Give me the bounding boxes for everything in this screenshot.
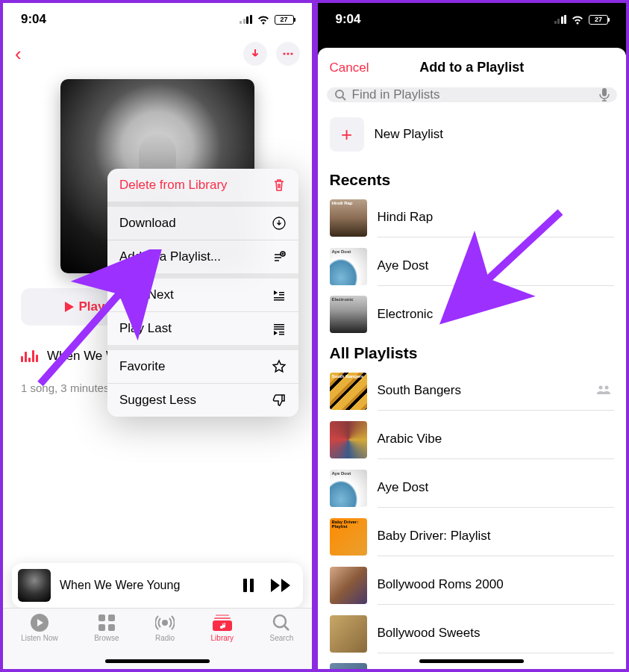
search-input[interactable] bbox=[352, 87, 594, 102]
svg-point-19 bbox=[599, 386, 603, 390]
wifi-icon bbox=[571, 15, 584, 25]
status-bar: 9:04 27 bbox=[3, 3, 312, 36]
radio-icon bbox=[155, 613, 175, 632]
playlist-name: Bollywood Sweets bbox=[378, 614, 615, 653]
shared-icon bbox=[596, 385, 611, 395]
playlist-artwork: Electronic bbox=[330, 296, 367, 333]
playlist-item[interactable]: Hindi Rap Hindi Rap bbox=[318, 193, 627, 242]
menu-add-playlist[interactable]: Add to a Playlist... bbox=[107, 240, 298, 279]
svg-rect-6 bbox=[250, 579, 254, 592]
status-icons: 27 bbox=[554, 15, 609, 25]
sheet-header: Cancel Add to a Playlist bbox=[318, 48, 627, 87]
playlist-item[interactable]: Aye Dost Aye Dost bbox=[318, 464, 627, 512]
context-menu: Delete from Library Download Add to a Pl… bbox=[107, 169, 298, 417]
back-button[interactable]: ‹ bbox=[15, 43, 22, 66]
playlist-item[interactable]: South Bangers South Bangers bbox=[318, 367, 627, 415]
cellular-icon bbox=[554, 15, 567, 24]
thumbs-down-icon bbox=[272, 393, 287, 408]
play-next-icon bbox=[272, 287, 287, 302]
recents-list: Hindi Rap Hindi Rap Aye Dost Aye Dost El… bbox=[318, 193, 627, 338]
svg-point-16 bbox=[274, 615, 286, 627]
download-button[interactable] bbox=[243, 42, 267, 66]
grid-icon bbox=[97, 613, 116, 632]
play-last-icon bbox=[272, 321, 287, 336]
playlist-name: Aye Dost bbox=[378, 468, 615, 508]
playlist-item[interactable]: Bollywood Sweets bbox=[318, 609, 627, 658]
playlist-artwork bbox=[330, 663, 367, 669]
playlist-name: Electronic bbox=[378, 295, 615, 334]
playlist-artwork bbox=[330, 421, 367, 458]
cancel-button[interactable]: Cancel bbox=[330, 60, 369, 75]
svg-rect-13 bbox=[216, 615, 229, 616]
pause-button[interactable] bbox=[240, 577, 257, 594]
playlist-name: Hindi Rap bbox=[378, 198, 615, 237]
svg-rect-14 bbox=[214, 617, 231, 619]
playlist-item[interactable]: Baby Driver: Playlist Baby Driver: Playl… bbox=[318, 512, 627, 561]
sheet-title: Add to a Playlist bbox=[419, 60, 524, 75]
battery-icon: 27 bbox=[589, 15, 608, 25]
playlist-artwork bbox=[330, 615, 367, 653]
now-playing-bars-icon bbox=[21, 350, 38, 362]
star-icon bbox=[272, 359, 287, 374]
all-playlists-heading: All Playlists bbox=[318, 338, 627, 367]
library-icon bbox=[213, 613, 232, 632]
status-icons: 27 bbox=[240, 15, 294, 25]
svg-point-12 bbox=[163, 620, 167, 625]
playlist-artwork: Baby Driver: Playlist bbox=[330, 518, 367, 556]
more-button[interactable] bbox=[276, 42, 300, 66]
mini-player-artwork bbox=[18, 569, 51, 602]
new-playlist-button[interactable]: + New Playlist bbox=[318, 111, 627, 165]
add-to-playlist-icon bbox=[272, 249, 287, 264]
status-time: 9:04 bbox=[21, 12, 46, 27]
add-to-playlist-sheet: Cancel Add to a Playlist + New Playlist … bbox=[318, 48, 627, 669]
all-playlists-list: South Bangers South Bangers Arabic Vibe … bbox=[318, 367, 627, 669]
playlist-item[interactable]: Electronic Electronic bbox=[318, 290, 627, 338]
svg-rect-10 bbox=[98, 624, 105, 631]
playlist-item[interactable]: Bollywood Roms 2000 bbox=[318, 561, 627, 609]
battery-icon: 27 bbox=[275, 15, 294, 25]
playlist-name: Bollywood Vibes bbox=[378, 662, 615, 669]
download-arrow-icon bbox=[249, 48, 261, 60]
search-icon bbox=[272, 613, 291, 632]
menu-delete[interactable]: Delete from Library bbox=[107, 169, 298, 207]
playlist-name: Baby Driver: Playlist bbox=[378, 517, 615, 556]
menu-suggest-less[interactable]: Suggest Less bbox=[107, 384, 298, 417]
playlist-artwork: Hindi Rap bbox=[330, 199, 367, 237]
status-bar: 9:04 27 bbox=[318, 3, 627, 36]
play-icon bbox=[64, 301, 75, 313]
playlist-name: Arabic Vibe bbox=[378, 420, 615, 459]
nav-bar: ‹ bbox=[3, 36, 312, 72]
skip-forward-button[interactable] bbox=[270, 577, 292, 594]
dictation-icon[interactable] bbox=[599, 88, 610, 102]
download-circle-icon bbox=[272, 216, 287, 231]
ellipsis-icon bbox=[282, 48, 294, 60]
search-box[interactable] bbox=[327, 87, 618, 102]
wifi-icon bbox=[257, 15, 270, 25]
tab-library[interactable]: Library bbox=[211, 613, 234, 669]
svg-rect-11 bbox=[108, 624, 115, 631]
svg-point-0 bbox=[283, 52, 285, 55]
search-icon bbox=[334, 89, 346, 101]
home-indicator[interactable] bbox=[105, 659, 210, 663]
menu-play-last[interactable]: Play Last bbox=[107, 312, 298, 350]
recents-heading: Recents bbox=[318, 165, 627, 193]
svg-point-20 bbox=[605, 386, 609, 390]
svg-rect-8 bbox=[98, 615, 105, 621]
mini-player[interactable]: When We Were Young bbox=[12, 563, 303, 608]
menu-download[interactable]: Download bbox=[107, 207, 298, 240]
playlist-item[interactable]: Arabic Vibe bbox=[318, 415, 627, 464]
svg-rect-5 bbox=[243, 579, 247, 592]
phone-left: 9:04 27 ‹ Play When We Were Young ••• bbox=[0, 0, 315, 672]
menu-favorite[interactable]: Favorite bbox=[107, 350, 298, 384]
playlist-item[interactable]: Aye Dost Aye Dost bbox=[318, 242, 627, 290]
tab-search[interactable]: Search bbox=[270, 613, 294, 669]
plus-icon: + bbox=[330, 117, 364, 152]
home-indicator[interactable] bbox=[419, 659, 524, 663]
svg-rect-18 bbox=[602, 88, 607, 96]
mini-player-title: When We Were Young bbox=[60, 579, 231, 592]
menu-play-next[interactable]: Play Next bbox=[107, 279, 298, 312]
svg-point-1 bbox=[287, 52, 289, 55]
tab-listen-now[interactable]: Listen Now bbox=[21, 613, 57, 669]
playlist-artwork bbox=[330, 567, 367, 604]
play-circle-icon bbox=[30, 613, 49, 632]
